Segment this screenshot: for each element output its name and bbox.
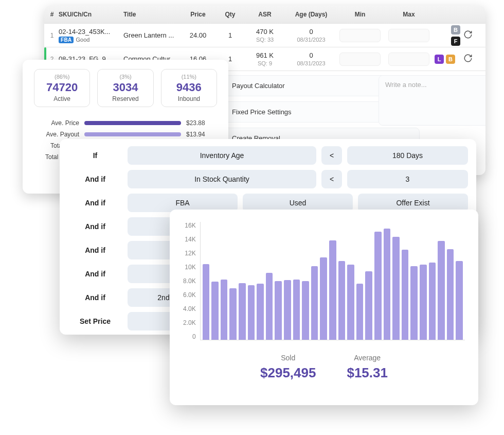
rule-field[interactable]: Inventory Age xyxy=(128,146,316,165)
bar-value: $23.88 xyxy=(186,119,217,127)
col-header-title[interactable]: Title xyxy=(123,11,180,18)
col-header-index[interactable]: # xyxy=(47,11,57,18)
chart-bar[interactable] xyxy=(456,261,463,340)
y-tick: 16K xyxy=(185,222,195,229)
note-input[interactable]: Write a note... xyxy=(379,75,485,126)
sales-chart-panel: 16K14K12K10K8.0K6.0K4.0K2.0K0 Sold $295,… xyxy=(170,210,478,405)
chart-bar[interactable] xyxy=(221,280,228,340)
rule-row: And ifIn Stock Quantity < 3 xyxy=(68,170,468,188)
stat-inbound: (11%) 9436 Inbound xyxy=(161,69,217,107)
rule-label: And if xyxy=(68,222,122,231)
rule-value[interactable]: 180 Days xyxy=(347,146,468,165)
badges: B F xyxy=(435,25,460,46)
stat-bar-row: Ave. Price $23.88 xyxy=(34,119,217,127)
asr-cell: 470 KSQ: 33 xyxy=(244,28,285,43)
chart-bar[interactable] xyxy=(284,280,291,340)
chart-average: Average $15.31 xyxy=(347,354,388,381)
rule-value[interactable]: 3 xyxy=(347,170,468,188)
refresh-button[interactable] xyxy=(460,30,476,41)
chart-bar[interactable] xyxy=(402,250,409,340)
age-cell: 008/31/2023 xyxy=(285,28,337,43)
col-header-sku[interactable]: SKU/Ch/Cn xyxy=(57,11,123,18)
bar-label: Ave. Price xyxy=(34,119,79,127)
sku-cell: 02-14-23_453K... FBA Good xyxy=(57,28,123,43)
min-input[interactable] xyxy=(339,29,381,42)
title-cell: Green Lantern ... xyxy=(123,31,180,39)
chart-bar[interactable] xyxy=(229,288,237,340)
chart-bar[interactable] xyxy=(420,265,427,340)
rule-operator[interactable]: < xyxy=(321,146,342,165)
chart-bar[interactable] xyxy=(392,237,400,340)
note-placeholder: Write a note... xyxy=(385,81,427,89)
row-index: 1 xyxy=(47,32,57,39)
y-tick: 6.0K xyxy=(183,291,196,299)
chart-bar[interactable] xyxy=(311,266,318,340)
condition-text: Good xyxy=(76,37,89,43)
chart-y-axis: 16K14K12K10K8.0K6.0K4.0K2.0K0 xyxy=(183,222,200,340)
rule-label: If xyxy=(68,151,122,160)
price-cell: 24.00 xyxy=(180,31,216,39)
rule-operator[interactable]: < xyxy=(321,170,342,188)
chart-bar[interactable] xyxy=(203,264,210,340)
chart-bar[interactable] xyxy=(257,284,264,340)
sku-text: 02-14-23_453K... xyxy=(59,28,123,36)
rule-row: IfInventory Age < 180 Days xyxy=(68,146,468,165)
rule-label: And if xyxy=(68,270,122,278)
rule-field[interactable]: In Stock Quantity xyxy=(128,170,316,188)
chart-bar[interactable] xyxy=(384,229,391,340)
rule-label: And if xyxy=(68,199,122,207)
col-header-min[interactable]: Min xyxy=(337,11,383,18)
chart-bar[interactable] xyxy=(338,261,346,340)
fba-tag: FBA xyxy=(59,37,74,43)
rule-label: And if xyxy=(68,175,122,183)
chart-bar[interactable] xyxy=(374,232,382,340)
refresh-icon xyxy=(463,30,473,39)
table-header-row: # SKU/Ch/Cn Title Price Qty ASR Age (Day… xyxy=(44,5,485,24)
chart-bar[interactable] xyxy=(356,284,364,340)
y-tick: 2.0K xyxy=(183,319,196,326)
rule-label: And if xyxy=(68,293,122,302)
chart-bar[interactable] xyxy=(447,249,454,340)
chart-bar[interactable] xyxy=(302,281,309,340)
badge-b-icon: B xyxy=(446,55,455,64)
col-header-max[interactable]: Max xyxy=(383,11,435,18)
rule-label: Set Price xyxy=(68,317,122,325)
chart-bar[interactable] xyxy=(239,283,246,340)
max-input[interactable] xyxy=(388,29,429,42)
badge-l-icon: L xyxy=(435,55,444,64)
bar-label: Ave. Payout xyxy=(34,131,79,138)
chart-bar[interactable] xyxy=(347,265,354,340)
y-tick: 10K xyxy=(185,264,195,271)
chart-bar[interactable] xyxy=(248,285,255,340)
chart-bar[interactable] xyxy=(329,240,336,340)
badges: L B xyxy=(435,54,460,64)
chart-bar[interactable] xyxy=(275,281,282,340)
refresh-button[interactable] xyxy=(460,54,476,64)
min-input[interactable] xyxy=(339,53,381,66)
chart-bar[interactable] xyxy=(320,257,327,340)
y-tick: 4.0K xyxy=(183,305,196,312)
chart-bar[interactable] xyxy=(429,263,436,340)
chart-bar[interactable] xyxy=(293,280,300,340)
col-header-age[interactable]: Age (Days) xyxy=(285,11,337,18)
col-header-qty[interactable]: Qty xyxy=(216,11,244,18)
age-cell: 008/31/2023 xyxy=(285,51,337,66)
y-tick: 8.0K xyxy=(183,277,196,285)
bar-value: $13.94 xyxy=(186,131,217,138)
chart-plot xyxy=(200,222,465,340)
table-row[interactable]: 1 02-14-23_453K... FBA Good Green Lanter… xyxy=(44,24,485,47)
max-input[interactable] xyxy=(388,53,429,66)
chart-bar[interactable] xyxy=(365,271,372,340)
chart-bar[interactable] xyxy=(211,282,219,340)
col-header-price[interactable]: Price xyxy=(180,11,216,18)
chart-bar[interactable] xyxy=(438,241,445,340)
chart-bar[interactable] xyxy=(266,273,273,340)
badge-b-icon: B xyxy=(451,25,460,34)
badge-f-icon: F xyxy=(451,37,460,46)
chart-bar[interactable] xyxy=(410,266,418,340)
y-tick: 0 xyxy=(192,333,196,340)
stat-bar-row: Ave. Payout $13.94 xyxy=(34,131,217,138)
stat-reserved: (3%) 3034 Reserved xyxy=(97,69,153,107)
chart-sold-total: Sold $295,495 xyxy=(260,354,316,381)
col-header-asr[interactable]: ASR xyxy=(244,11,285,18)
